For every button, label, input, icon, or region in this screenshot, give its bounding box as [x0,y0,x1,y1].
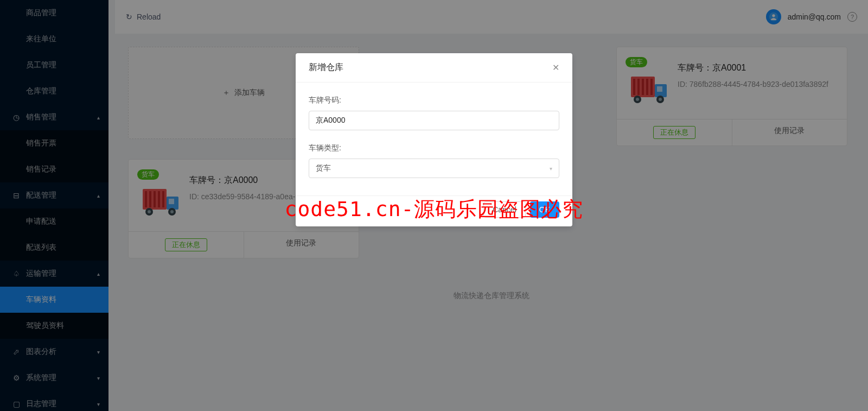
chevron-down-icon: ▾ [550,166,552,172]
modal-title: 新增仓库 [309,62,343,73]
modal: 新增仓库 ✕ 车牌号码: 车辆类型: 货车 ▾ Cancel OK [296,53,572,226]
type-select[interactable]: 货车 ▾ [309,159,559,178]
plate-input[interactable] [309,111,559,130]
close-icon[interactable]: ✕ [552,62,559,73]
cancel-button[interactable]: Cancel [483,201,526,218]
plate-label: 车牌号码: [309,96,559,105]
type-label: 车辆类型: [309,143,559,153]
ok-button[interactable]: OK [530,201,559,218]
